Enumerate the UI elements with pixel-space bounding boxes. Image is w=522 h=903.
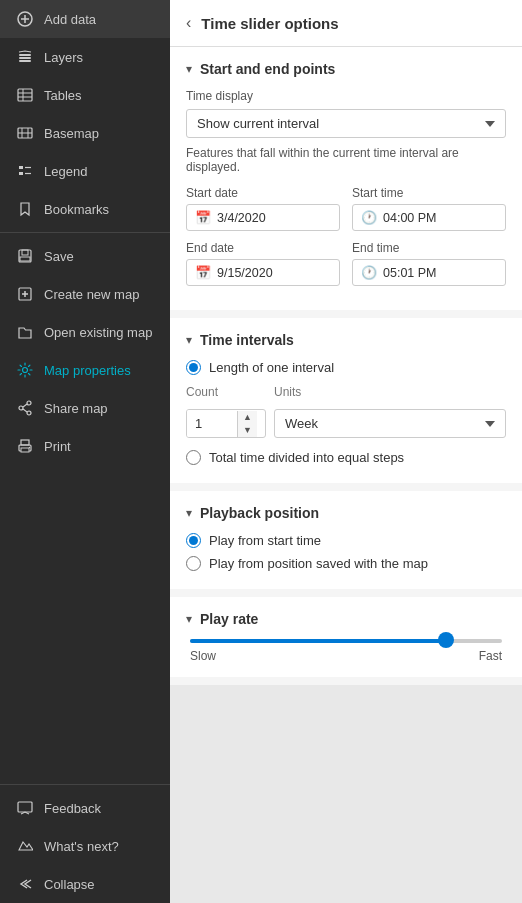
sidebar-item-save[interactable]: Save	[0, 237, 170, 275]
slider-slow-label: Slow	[190, 649, 216, 663]
count-section: Count ▲ ▼	[186, 385, 266, 438]
gear-icon	[16, 361, 34, 379]
sidebar-item-feedback[interactable]: Feedback	[0, 789, 170, 827]
svg-rect-11	[19, 166, 23, 169]
start-date-field: Start date 📅 3/4/2020	[186, 186, 340, 231]
whats-next-icon	[16, 837, 34, 855]
sidebar-item-whats-next[interactable]: What's next?	[0, 827, 170, 865]
sidebar-item-add-data[interactable]: Add data	[0, 0, 170, 38]
playback-section: ▾ Playback position Play from start time…	[170, 491, 522, 589]
time-intervals-radio-group: Length of one interval	[186, 360, 506, 375]
svg-rect-6	[18, 89, 32, 101]
sidebar-item-map-properties[interactable]: Map properties	[0, 351, 170, 389]
count-input[interactable]	[187, 410, 237, 437]
sidebar-item-share-map[interactable]: Share map	[0, 389, 170, 427]
length-of-interval-option[interactable]: Length of one interval	[186, 360, 506, 375]
sidebar-item-label: Print	[44, 439, 71, 454]
sidebar-item-label: Collapse	[44, 877, 95, 892]
collapse-icon	[16, 875, 34, 893]
play-from-saved-option[interactable]: Play from position saved with the map	[186, 556, 506, 571]
clock-icon: 🕐	[361, 210, 377, 225]
units-select[interactable]: Week	[274, 409, 506, 438]
play-rate-section: ▾ Play rate Slow Fast	[170, 597, 522, 677]
end-datetime-row: End date 📅 9/15/2020 End time 🕐 05:01 PM	[186, 241, 506, 286]
play-from-saved-radio[interactable]	[186, 556, 201, 571]
slider-fast-label: Fast	[479, 649, 502, 663]
equal-steps-radio[interactable]	[186, 450, 201, 465]
start-end-title: Start and end points	[200, 61, 335, 77]
length-of-interval-label: Length of one interval	[209, 360, 334, 375]
sidebar-item-label: Create new map	[44, 287, 139, 302]
feedback-icon	[16, 799, 34, 817]
end-time-input[interactable]: 🕐 05:01 PM	[352, 259, 506, 286]
time-intervals-title: Time intervals	[200, 332, 294, 348]
play-from-start-option[interactable]: Play from start time	[186, 533, 506, 548]
sidebar-item-label: Map properties	[44, 363, 131, 378]
sidebar-item-legend[interactable]: Legend	[0, 152, 170, 190]
sidebar-item-print[interactable]: Print	[0, 427, 170, 465]
play-from-saved-label: Play from position saved with the map	[209, 556, 428, 571]
time-intervals-section: ▾ Time intervals Length of one interval …	[170, 318, 522, 483]
basemap-icon	[16, 124, 34, 142]
start-date-input[interactable]: 📅 3/4/2020	[186, 204, 340, 231]
count-input-wrapper: ▲ ▼	[186, 409, 266, 438]
count-arrows: ▲ ▼	[237, 411, 257, 437]
playback-header[interactable]: ▾ Playback position	[186, 505, 506, 521]
sidebar-item-bookmarks[interactable]: Bookmarks	[0, 190, 170, 228]
svg-point-22	[27, 401, 31, 405]
panel-title: Time slider options	[201, 15, 338, 32]
end-date-value: 9/15/2020	[217, 266, 273, 280]
sidebar-item-collapse[interactable]: Collapse	[0, 865, 170, 903]
start-end-header[interactable]: ▾ Start and end points	[186, 61, 506, 77]
play-rate-title: Play rate	[200, 611, 258, 627]
sidebar-item-basemap[interactable]: Basemap	[0, 114, 170, 152]
equal-steps-radio-group: Total time divided into equal steps	[186, 450, 506, 465]
create-map-icon	[16, 285, 34, 303]
sidebar-item-create-new-map[interactable]: Create new map	[0, 275, 170, 313]
sidebar-item-open-existing-map[interactable]: Open existing map	[0, 313, 170, 351]
equal-steps-option[interactable]: Total time divided into equal steps	[186, 450, 506, 465]
play-rate-slider-container: Slow Fast	[186, 639, 506, 663]
end-date-label: End date	[186, 241, 340, 255]
start-date-value: 3/4/2020	[217, 211, 266, 225]
svg-rect-16	[22, 250, 28, 255]
time-display-label: Time display	[186, 89, 506, 103]
helper-text: Features that fall within the current ti…	[186, 146, 506, 174]
sidebar-item-label: Layers	[44, 50, 83, 65]
end-time-field: End time 🕐 05:01 PM	[352, 241, 506, 286]
slider-thumb[interactable]	[438, 632, 454, 648]
playback-radio-group: Play from start time Play from position …	[186, 533, 506, 571]
end-time-label: End time	[352, 241, 506, 255]
svg-rect-13	[19, 172, 23, 175]
count-down-button[interactable]: ▼	[238, 424, 257, 437]
open-map-icon	[16, 323, 34, 341]
play-rate-header[interactable]: ▾ Play rate	[186, 611, 506, 627]
sidebar-item-layers[interactable]: Layers	[0, 38, 170, 76]
slider-fill	[190, 639, 446, 643]
time-display-select[interactable]: Show current interval	[186, 109, 506, 138]
svg-point-21	[23, 368, 28, 373]
time-intervals-header[interactable]: ▾ Time intervals	[186, 332, 506, 348]
sidebar-item-tables[interactable]: Tables	[0, 76, 170, 114]
play-from-start-radio[interactable]	[186, 533, 201, 548]
sidebar-item-label: Open existing map	[44, 325, 152, 340]
sidebar: Add data Layers Tables Basemap Legend Bo…	[0, 0, 170, 903]
svg-point-23	[27, 411, 31, 415]
calendar-icon-end: 📅	[195, 265, 211, 280]
play-from-start-label: Play from start time	[209, 533, 321, 548]
share-icon	[16, 399, 34, 417]
tables-icon	[16, 86, 34, 104]
start-datetime-row: Start date 📅 3/4/2020 Start time 🕐 04:00…	[186, 186, 506, 231]
back-button[interactable]: ‹	[186, 14, 191, 32]
length-of-interval-radio[interactable]	[186, 360, 201, 375]
sidebar-item-label: What's next?	[44, 839, 119, 854]
end-date-input[interactable]: 📅 9/15/2020	[186, 259, 340, 286]
playback-title: Playback position	[200, 505, 319, 521]
sidebar-item-label: Feedback	[44, 801, 101, 816]
start-time-label: Start time	[352, 186, 506, 200]
count-up-button[interactable]: ▲	[238, 411, 257, 424]
start-time-input[interactable]: 🕐 04:00 PM	[352, 204, 506, 231]
svg-line-25	[23, 404, 27, 407]
svg-rect-4	[19, 57, 31, 59]
equal-steps-label: Total time divided into equal steps	[209, 450, 404, 465]
